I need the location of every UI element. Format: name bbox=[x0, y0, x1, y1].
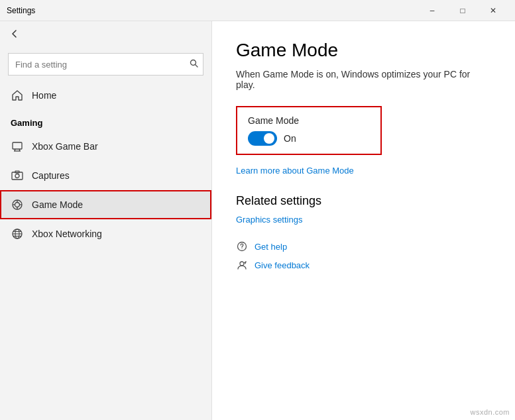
game-mode-box-label: Game Mode bbox=[248, 115, 370, 126]
game-mode-box: Game Mode On bbox=[236, 106, 382, 155]
sidebar-item-xbox-game-bar[interactable]: Xbox Game Bar bbox=[0, 132, 211, 161]
sidebar-item-game-mode-label: Game Mode bbox=[32, 199, 83, 210]
back-button[interactable] bbox=[0, 21, 211, 48]
titlebar-controls: – □ ✕ bbox=[417, 0, 508, 21]
sidebar: Home Gaming Xbox Game Bar bbox=[0, 21, 212, 420]
give-feedback-icon bbox=[236, 259, 248, 271]
page-title: Game Mode bbox=[236, 40, 491, 61]
back-icon bbox=[11, 28, 19, 40]
svg-rect-2 bbox=[13, 142, 22, 149]
sidebar-search[interactable] bbox=[8, 53, 203, 76]
titlebar-title: Settings bbox=[7, 6, 417, 15]
home-icon bbox=[11, 89, 24, 102]
toggle-on-label: On bbox=[284, 133, 296, 144]
toggle-knob bbox=[264, 133, 274, 144]
svg-line-1 bbox=[196, 65, 198, 68]
sidebar-section-gaming: Gaming bbox=[0, 110, 211, 132]
graphics-settings-link[interactable]: Graphics settings bbox=[236, 215, 491, 225]
watermark: wsxdn.com bbox=[470, 408, 510, 416]
minimize-button[interactable]: – bbox=[417, 0, 447, 21]
game-mode-toggle[interactable] bbox=[248, 131, 277, 146]
svg-point-7 bbox=[15, 174, 19, 178]
give-feedback-label[interactable]: Give feedback bbox=[255, 260, 310, 270]
svg-point-22 bbox=[240, 262, 244, 266]
page-description: When Game Mode is on, Windows optimizes … bbox=[236, 69, 491, 90]
sidebar-item-home-label: Home bbox=[32, 90, 56, 101]
learn-more-link[interactable]: Learn more about Game Mode bbox=[236, 166, 491, 176]
xbox-icon bbox=[11, 140, 24, 153]
sidebar-item-captures-label: Captures bbox=[32, 170, 70, 181]
related-settings-title: Related settings bbox=[236, 194, 491, 208]
titlebar: Settings – □ ✕ bbox=[0, 0, 515, 21]
sidebar-item-home[interactable]: Home bbox=[0, 81, 211, 110]
sidebar-item-captures[interactable]: Captures bbox=[0, 161, 211, 190]
get-help-label[interactable]: Get help bbox=[255, 242, 287, 252]
search-icon bbox=[190, 59, 198, 70]
captures-icon bbox=[11, 169, 24, 182]
window-content: Home Gaming Xbox Game Bar bbox=[0, 21, 515, 420]
get-help-icon bbox=[236, 240, 248, 252]
sidebar-item-xbox-networking-label: Xbox Networking bbox=[32, 229, 102, 239]
game-mode-icon bbox=[11, 198, 24, 211]
sidebar-item-game-mode[interactable]: Game Mode bbox=[0, 190, 211, 219]
svg-point-21 bbox=[241, 248, 242, 248]
sidebar-item-xbox-networking[interactable]: Xbox Networking bbox=[0, 219, 211, 248]
svg-rect-6 bbox=[12, 172, 23, 180]
xbox-network-icon bbox=[11, 227, 24, 240]
svg-point-10 bbox=[15, 203, 20, 207]
main-area: Game Mode When Game Mode is on, Windows … bbox=[212, 21, 515, 420]
give-feedback-row[interactable]: Give feedback bbox=[236, 259, 491, 271]
sidebar-item-xbox-game-bar-label: Xbox Game Bar bbox=[32, 141, 98, 152]
get-help-row[interactable]: Get help bbox=[236, 240, 491, 252]
maximize-button[interactable]: □ bbox=[447, 0, 478, 21]
close-button[interactable]: ✕ bbox=[478, 0, 508, 21]
toggle-row: On bbox=[248, 131, 370, 146]
search-input[interactable] bbox=[8, 53, 203, 76]
